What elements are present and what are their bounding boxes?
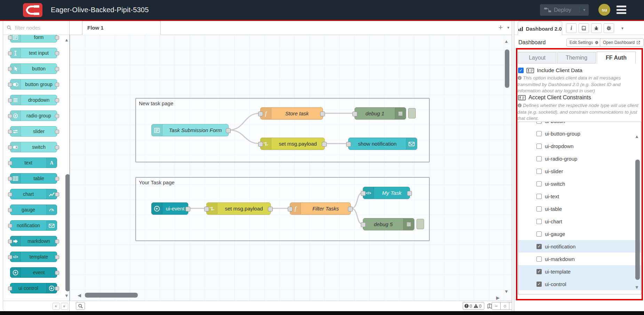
- palette-node-text[interactable]: Atext: [10, 158, 57, 168]
- palette-scroll-up-icon[interactable]: ▲: [64, 38, 69, 42]
- zoom-reset-button[interactable]: ○: [500, 302, 509, 309]
- open-dashboard-button[interactable]: Open Dashboard: [600, 38, 644, 47]
- node-type-checkbox[interactable]: [536, 181, 542, 186]
- output-port[interactable]: [348, 207, 353, 212]
- output-port[interactable]: [55, 130, 59, 134]
- output-port[interactable]: [322, 142, 327, 147]
- avatar[interactable]: su: [598, 4, 610, 16]
- canvas-scroll-left-icon[interactable]: ◀: [78, 293, 81, 298]
- node-type-checkbox[interactable]: [536, 169, 542, 174]
- tab-layout[interactable]: Layout: [518, 52, 556, 63]
- node-task-submission-form[interactable]: Task Submission Form: [151, 124, 229, 136]
- node-debug-1[interactable]: debug 1: [355, 107, 406, 120]
- canvas-scroll-right-icon[interactable]: ▶: [496, 295, 500, 300]
- input-port[interactable]: [8, 286, 12, 291]
- tab-ff-auth[interactable]: FF Auth: [597, 52, 636, 64]
- output-port[interactable]: [185, 207, 190, 212]
- edit-settings-button[interactable]: Edit Settings: [566, 38, 602, 47]
- canvas-scroll-up-icon[interactable]: ▲: [504, 39, 509, 44]
- input-port[interactable]: [8, 208, 12, 212]
- node-type-checkbox[interactable]: ✓: [536, 282, 542, 287]
- input-port[interactable]: [8, 130, 12, 134]
- tab-theming[interactable]: Theming: [557, 52, 596, 63]
- debug-toggle-button[interactable]: [416, 219, 424, 229]
- input-port[interactable]: [8, 239, 12, 244]
- palette-node-table[interactable]: table: [10, 173, 57, 184]
- palette-node-form[interactable]: form: [10, 35, 57, 43]
- node-type-checkbox[interactable]: [536, 219, 542, 224]
- node-my-task[interactable]: </> My Task: [363, 187, 410, 199]
- node-type-checkbox[interactable]: [536, 131, 542, 136]
- help-tab-button[interactable]: [579, 23, 589, 33]
- node-type-checkbox[interactable]: [536, 156, 542, 161]
- palette-node-event[interactable]: event: [10, 267, 57, 278]
- input-port[interactable]: [361, 191, 366, 196]
- notifications-status[interactable]: 0 0: [463, 302, 484, 310]
- collapse-all-button[interactable]: «: [53, 303, 60, 310]
- config-tab-button[interactable]: [604, 23, 614, 33]
- input-port[interactable]: [8, 161, 12, 165]
- search-flows-button[interactable]: [76, 302, 85, 310]
- input-port[interactable]: [258, 112, 263, 116]
- palette-node-ui-control[interactable]: ui control: [10, 283, 57, 293]
- input-port[interactable]: [8, 67, 12, 71]
- output-port[interactable]: [55, 83, 59, 87]
- palette-node-radio-group[interactable]: radio group: [10, 110, 57, 121]
- zoom-out-button[interactable]: −: [492, 302, 500, 309]
- input-port[interactable]: [8, 145, 12, 149]
- palette-node-text-input[interactable]: text input: [10, 48, 57, 58]
- flow-canvas[interactable]: New task page Your Task page Task Submis…: [70, 35, 512, 301]
- node-type-row-ui-control[interactable]: ✓ui-control: [518, 278, 641, 290]
- input-port[interactable]: [8, 114, 12, 118]
- node-type-row-ui-slider[interactable]: ui-slider: [518, 165, 641, 177]
- list-scrollbar[interactable]: [635, 160, 640, 280]
- input-port[interactable]: [8, 36, 12, 40]
- search-input[interactable]: [14, 24, 61, 31]
- node-type-checkbox[interactable]: [536, 122, 542, 124]
- node-type-row-ui-gauge[interactable]: ui-gauge: [518, 228, 641, 240]
- palette-node-notification[interactable]: notification: [10, 220, 57, 231]
- add-flow-button[interactable]: +: [496, 23, 506, 33]
- node-store-task[interactable]: f Store task: [260, 107, 323, 120]
- sidebar-caret-icon[interactable]: ▾: [621, 26, 623, 31]
- input-port[interactable]: [352, 112, 357, 116]
- input-port[interactable]: [8, 255, 12, 259]
- node-type-checkbox[interactable]: [536, 231, 542, 237]
- input-port[interactable]: [8, 51, 12, 55]
- node-type-row-ui-button-group[interactable]: ui-button-group: [518, 127, 641, 140]
- output-port[interactable]: [268, 207, 273, 212]
- palette-scroll-down-icon[interactable]: ▼: [64, 293, 69, 298]
- palette-node-button[interactable]: button: [10, 63, 57, 74]
- input-port[interactable]: [361, 222, 366, 227]
- input-port[interactable]: [288, 207, 293, 212]
- output-port[interactable]: [55, 271, 59, 275]
- expand-all-button[interactable]: »: [61, 303, 68, 310]
- input-port[interactable]: [258, 142, 263, 147]
- output-port[interactable]: [55, 255, 59, 259]
- output-port[interactable]: [55, 239, 59, 244]
- node-type-row-ui-table[interactable]: ui-table: [518, 202, 641, 215]
- palette-node-chart[interactable]: chart: [10, 189, 57, 199]
- output-port[interactable]: [55, 192, 59, 197]
- node-type-checkbox[interactable]: ✓: [536, 269, 542, 274]
- output-port[interactable]: [320, 112, 325, 116]
- node-type-row-ui-switch[interactable]: ui-switch: [518, 177, 641, 190]
- palette-search[interactable]: [3, 21, 69, 35]
- output-port[interactable]: [55, 286, 59, 291]
- list-scroll-down-icon[interactable]: ▼: [635, 285, 639, 290]
- node-type-row-ui-notification[interactable]: ✓ui-notification: [518, 240, 641, 253]
- node-type-row-ui-radio-group[interactable]: ui-radio-group: [518, 152, 641, 165]
- input-port[interactable]: [8, 98, 12, 102]
- deploy-button[interactable]: Deploy ▾: [540, 4, 589, 16]
- debug-tab-button[interactable]: [591, 23, 602, 33]
- input-port[interactable]: [8, 177, 12, 181]
- output-port[interactable]: [226, 128, 231, 133]
- node-set-msg-payload-1[interactable]: set msg.payload: [260, 138, 325, 150]
- output-port[interactable]: [55, 145, 59, 149]
- node-show-notification[interactable]: show notification: [348, 138, 417, 150]
- palette-node-switch[interactable]: switch: [10, 142, 57, 152]
- node-type-checkbox[interactable]: [536, 256, 542, 262]
- node-type-row-ui-template[interactable]: ✓ui-template: [518, 265, 641, 278]
- input-port[interactable]: [8, 224, 12, 228]
- output-port[interactable]: [55, 177, 59, 181]
